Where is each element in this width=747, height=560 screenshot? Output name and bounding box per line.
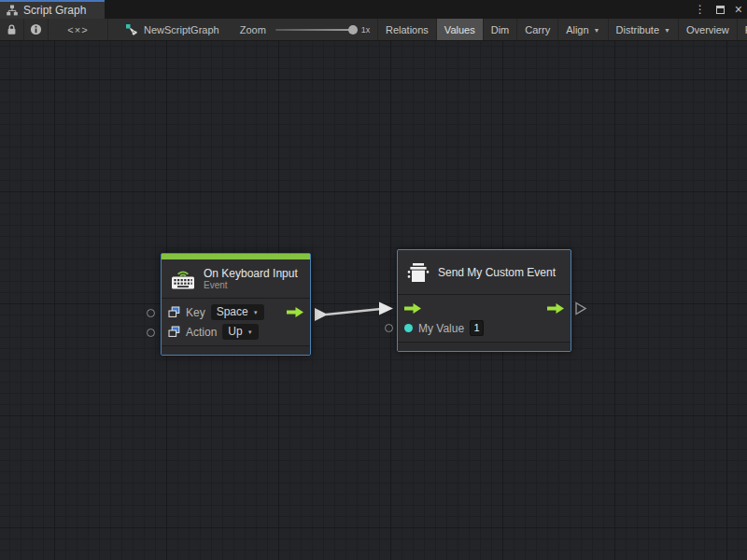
flow-input-arrowhead[interactable] [379, 302, 393, 315]
lock-button[interactable] [0, 19, 24, 40]
flow-connection-wire[interactable] [0, 41, 747, 560]
menu-distribute[interactable]: Distribute ▼ [608, 19, 678, 40]
node-subtitle: Event [204, 280, 298, 291]
action-input-port[interactable] [147, 329, 155, 337]
script-graph-asset-icon [125, 23, 138, 35]
maximize-icon[interactable] [716, 6, 725, 14]
zoom-slider-handle[interactable] [348, 25, 358, 35]
toggle-relations[interactable]: Relations [377, 19, 436, 40]
zoom-control: Zoom 1x [240, 24, 371, 35]
literal-value-icon [168, 306, 180, 318]
toggle-overview[interactable]: Overview [678, 19, 737, 40]
flow-output-port-icon[interactable] [287, 307, 303, 317]
zoom-value: 1x [361, 25, 371, 35]
node-header: On Keyboard Input Event [162, 259, 310, 299]
node-title: On Keyboard Input [204, 267, 298, 280]
node-send-my-custom-event[interactable]: Send My Custom Event My Value 1 [397, 249, 571, 352]
port-label: Action [186, 326, 217, 339]
port-row-my-value: My Value 1 [404, 318, 564, 338]
connection-line[interactable] [326, 309, 381, 315]
node-title-block: On Keyboard Input Event [204, 267, 298, 291]
menu-align[interactable]: Align ▼ [557, 19, 607, 40]
keyboard-event-icon [171, 268, 195, 289]
tab-strip: Script Graph ⋮ × [0, 0, 747, 19]
graph-canvas[interactable]: On Keyboard Input Event Key Space ▼ [0, 41, 747, 560]
toggle-carry[interactable]: Carry [516, 19, 557, 40]
code-preview-button[interactable]: <×> [49, 19, 108, 40]
toggle-fullscreen[interactable]: Full S [737, 19, 747, 40]
tab-title: Script Graph [23, 4, 86, 17]
window-controls: ⋮ × [695, 0, 742, 19]
my-value-input-port[interactable] [385, 324, 393, 332]
node-footer [398, 343, 571, 351]
literal-value-icon [168, 326, 180, 338]
toggle-dim[interactable]: Dim [483, 19, 517, 40]
port-row-flow [404, 299, 564, 318]
toggle-values[interactable]: Values [436, 19, 483, 40]
toolbar-toggles: Relations Values Dim Carry Align ▼ Distr… [377, 19, 747, 40]
caret-down-icon: ▼ [247, 329, 253, 335]
action-dropdown[interactable]: Up ▼ [222, 324, 258, 340]
node-title: Send My Custom Event [438, 266, 556, 279]
node-header: Send My Custom Event [398, 250, 571, 295]
menu-icon[interactable]: ⋮ [695, 4, 706, 15]
caret-down-icon: ▼ [594, 27, 600, 34]
graph-asset[interactable]: NewScriptGraph [125, 23, 219, 35]
node-body: Key Space ▼ Action [162, 299, 310, 346]
graph-tab-icon [7, 5, 18, 16]
port-label: My Value [418, 322, 464, 335]
close-icon[interactable]: × [735, 3, 742, 16]
custom-event-icon [407, 262, 430, 283]
zoom-slider[interactable] [275, 29, 354, 31]
caret-down-icon: ▼ [253, 310, 259, 315]
node-footer [162, 346, 310, 355]
port-row-key: Key Space ▼ [168, 302, 303, 322]
script-graph-window: Script Graph ⋮ × <×> [0, 0, 747, 560]
node-on-keyboard-input[interactable]: On Keyboard Input Event Key Space ▼ [161, 253, 311, 356]
flow-input-port-icon[interactable] [404, 303, 421, 314]
graph-name-label: NewScriptGraph [144, 24, 219, 35]
caret-down-icon: ▼ [664, 27, 670, 34]
info-icon [30, 23, 42, 35]
port-label: Key [186, 306, 205, 319]
port-row-action: Action Up ▼ [168, 322, 303, 342]
info-button[interactable] [24, 19, 49, 40]
value-port-icon[interactable] [404, 324, 413, 332]
key-dropdown[interactable]: Space ▼ [211, 304, 264, 320]
zoom-label: Zoom [240, 24, 266, 35]
key-input-port[interactable] [147, 309, 155, 317]
graph-toolbar: <×> NewScriptGraph Zoom 1x Relations Val… [0, 19, 747, 41]
lock-icon [7, 23, 17, 35]
flow-output-arrowhead[interactable] [315, 308, 328, 321]
tab-script-graph[interactable]: Script Graph [0, 0, 105, 19]
flow-output-port-icon[interactable] [547, 303, 564, 314]
node-body: My Value 1 [398, 295, 571, 343]
unconnected-flow-output-icon[interactable] [576, 303, 585, 315]
my-value-input[interactable]: 1 [470, 320, 484, 336]
